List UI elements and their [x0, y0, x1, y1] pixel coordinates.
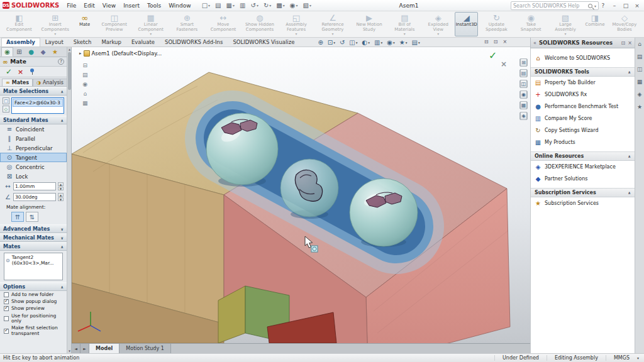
view-toolbar-icon[interactable]: ▤: [410, 38, 422, 47]
ribbon-button[interactable]: ◱ Assembly Features: [278, 12, 314, 36]
section-online-resources[interactable]: Online Resources∧: [531, 151, 635, 161]
mate-selections-header[interactable]: Mate Selections∧: [0, 87, 67, 96]
quick-access-icon[interactable]: ↻: [262, 2, 273, 9]
task-pane-link[interactable]: ◆Partner Solutions: [531, 173, 635, 185]
command-tab[interactable]: Markup: [96, 38, 126, 47]
ribbon-button[interactable]: ▦ Linear Component Pattern: [133, 12, 169, 36]
task-pane-link[interactable]: +SOLIDWORKS Rx: [531, 89, 635, 101]
viewport-tool-icon[interactable]: ⊞: [519, 58, 528, 67]
checkbox[interactable]: [4, 316, 9, 321]
viewport-tool-icon[interactable]: ▦: [519, 101, 528, 109]
checkbox[interactable]: [4, 299, 9, 304]
task-pane-tab-icon[interactable]: ★: [637, 104, 642, 110]
viewport-tool-icon[interactable]: ◉: [519, 90, 528, 99]
ribbon-button[interactable]: ⊕ Smart Fasteners: [169, 12, 205, 36]
task-pane-link[interactable]: ◈3DEXPERIENCE Marketplace: [531, 161, 635, 173]
help-icon[interactable]: ?: [58, 58, 64, 65]
viewport-canvas[interactable]: [72, 47, 530, 343]
ribbon-button[interactable]: ↔ Move Component: [205, 12, 242, 36]
view-toolbar-icon[interactable]: ↺: [338, 38, 347, 47]
view-toolbar-icon[interactable]: ★: [397, 38, 409, 47]
quick-access-icon[interactable]: ◉: [288, 2, 300, 9]
status-units[interactable]: MMGS: [606, 355, 637, 361]
pin-icon[interactable]: [29, 68, 35, 75]
option-row[interactable]: Add to new folder: [0, 291, 67, 298]
mate-subtab[interactable]: ∞Mates: [2, 79, 33, 86]
mate-selections-list[interactable]: Face<2>@60x30-3: [11, 97, 64, 114]
mate-type-button[interactable]: ⊥ Perpendicular: [0, 143, 67, 153]
task-pane-tab-icon[interactable]: ▦: [637, 79, 643, 85]
welcome-link[interactable]: ⌂ Welcome to SOLIDWORKS: [531, 52, 635, 64]
quick-access-icon[interactable]: ▩: [274, 2, 286, 9]
viewport-tool-icon[interactable]: ◈: [519, 112, 528, 120]
task-pane-tab-icon[interactable]: ▤: [637, 53, 643, 60]
scrollbar-thumb[interactable]: [68, 52, 71, 90]
mate-type-button[interactable]: ⊙ Tangent: [0, 153, 67, 162]
view-toolbar-icon[interactable]: ◐: [360, 38, 372, 47]
panel-scrollbar[interactable]: [67, 47, 71, 353]
mate-type-button[interactable]: ⊠ Lock: [0, 172, 67, 181]
mate-list-item[interactable]: ⊙ Tangent2 (60x30<3>,Mar...: [5, 254, 62, 266]
option-row[interactable]: Show preview: [0, 305, 67, 312]
command-tab[interactable]: SOLIDWORKS Visualize: [228, 38, 299, 47]
feature-tree-flyout[interactable]: ▸ Asem1 (Default<Display...: [79, 50, 162, 57]
ribbon-button[interactable]: ⊞ Insert Components: [37, 12, 74, 36]
command-tab[interactable]: SOLIDWORKS Add-Ins: [160, 38, 228, 47]
doc-minimize-icon[interactable]: ⊟: [484, 39, 489, 45]
tree-item-icon[interactable]: ◉: [82, 81, 88, 87]
ribbon-button[interactable]: ◇ Move/Copy Bodies: [606, 12, 643, 36]
checkbox[interactable]: [4, 292, 9, 297]
task-pane-tab-icon[interactable]: ⌂: [638, 41, 641, 47]
task-pane-link[interactable]: ★Subscription Services: [531, 197, 635, 209]
mates-list-header[interactable]: Mates∧: [0, 242, 67, 251]
ribbon-button[interactable]: ◉ Take Snapshot: [514, 12, 547, 36]
view-toolbar-icon[interactable]: ⊡: [326, 38, 337, 47]
viewport-tool-icon[interactable]: ◫: [519, 80, 528, 88]
tree-item-icon[interactable]: ⊟: [82, 62, 88, 69]
tree-expander-icon[interactable]: ▸: [79, 51, 82, 56]
tab-nav-right-icon[interactable]: ►: [80, 344, 89, 353]
ribbon-button[interactable]: ◢ Instant3D: [455, 12, 479, 36]
graphics-viewport[interactable]: ▸ Asem1 (Default<Display... ⊟▤◉⌂▦ ⊞▤◫◉▦◈…: [72, 47, 530, 343]
section-solidworks-tools[interactable]: SOLIDWORKS Tools∧: [531, 67, 635, 77]
property-manager-tab[interactable]: ◉: [1, 47, 13, 57]
angle-stepper[interactable]: ▲▼: [58, 193, 64, 201]
minimize-button[interactable]: –: [609, 3, 620, 9]
command-tab[interactable]: Sketch: [69, 38, 97, 47]
property-manager-tab[interactable]: ●: [25, 47, 37, 57]
ribbon-button[interactable]: ◫ Component Preview: [96, 12, 133, 36]
task-pane-link[interactable]: ▦My Products: [531, 136, 635, 148]
menu-item[interactable]: Insert: [119, 1, 143, 10]
ribbon-button[interactable]: ▧ Large Assembly Settings: [547, 12, 584, 36]
close-pane-icon[interactable]: ×: [628, 40, 632, 46]
menu-item[interactable]: Window: [165, 1, 195, 10]
view-toolbar-icon[interactable]: ◉: [385, 38, 397, 47]
confirm-ok-icon[interactable]: ✓: [489, 50, 497, 62]
view-toolbar-icon[interactable]: ▥: [372, 38, 384, 47]
task-pane-link[interactable]: ▤Property Tab Builder: [531, 77, 635, 89]
viewport-tool-icon[interactable]: ▤: [519, 69, 528, 77]
option-row[interactable]: Show popup dialog: [0, 298, 67, 305]
pin-pane-icon[interactable]: ⊡: [621, 40, 626, 46]
alignment-toggle-button[interactable]: ⇅: [26, 212, 38, 222]
task-pane-tab-icon[interactable]: ◫: [637, 66, 643, 72]
menu-item[interactable]: Edit: [80, 1, 98, 10]
bottom-tab[interactable]: Motion Study 1: [119, 344, 170, 353]
view-toolbar-icon[interactable]: ◫: [347, 38, 359, 47]
ribbon-button[interactable]: ▤ Bill of Materials: [387, 12, 422, 36]
command-tab[interactable]: Assembly: [1, 38, 40, 47]
menu-item[interactable]: Tools: [143, 1, 165, 10]
search-dropdown-icon[interactable]: ▾: [594, 4, 596, 8]
ribbon-button[interactable]: ◍ Show Hidden Components: [242, 12, 278, 36]
help-button[interactable]: ?: [597, 3, 609, 9]
collapse-icon[interactable]: «: [533, 40, 536, 46]
ribbon-button[interactable]: ◧ Edit Component: [1, 12, 37, 36]
ribbon-button[interactable]: ▶ New Motion Study: [351, 12, 387, 36]
mate-type-button[interactable]: ≡ Coincident: [0, 124, 67, 134]
command-tab[interactable]: Layout: [40, 38, 69, 47]
sphere-3[interactable]: [350, 178, 418, 246]
ribbon-button[interactable]: ↻ Update Speedpak: [478, 12, 514, 36]
angle-input[interactable]: 30.00deg: [13, 193, 56, 201]
units-dropdown-icon[interactable]: ▾: [637, 356, 644, 360]
distance-input[interactable]: 1.00mm: [13, 182, 56, 190]
